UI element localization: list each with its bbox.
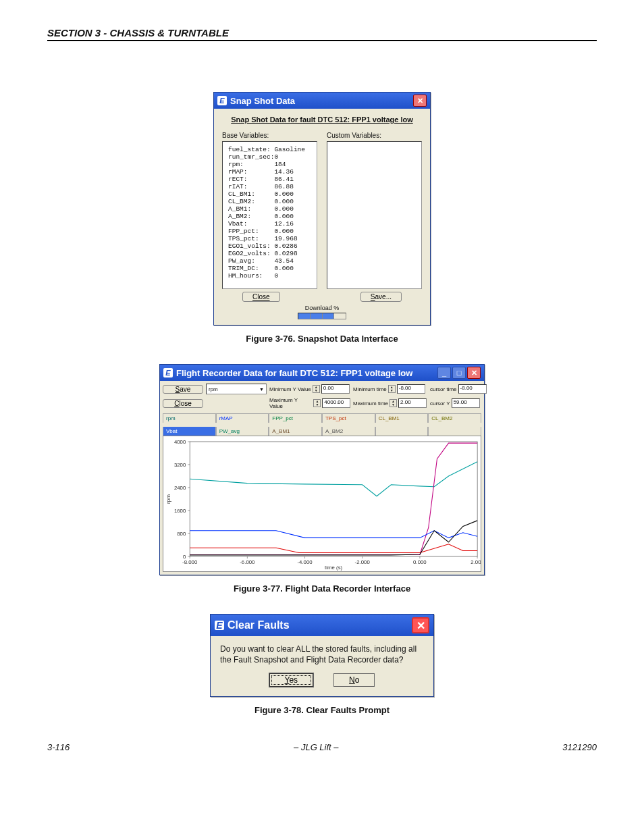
max-y-label: Maximum Y Value	[269, 397, 312, 409]
svg-rect-24	[190, 442, 477, 556]
custom-vars-box	[327, 141, 422, 289]
min-time-spin[interactable]: Minimum time ▲▼ -8.00	[353, 384, 427, 394]
figure-76-caption: Figure 3-76. Snapshot Data Interface	[47, 334, 597, 344]
flight-chart: 08001600240032004000-8.000-6.000-4.000-2…	[163, 436, 481, 572]
tab-rMAP[interactable]: rMAP	[216, 413, 269, 423]
variable-tabs-row1: rpmrMAPFPP_pctTPS_pctCL_BM1CL_BM2	[163, 413, 481, 423]
no-button[interactable]: No	[333, 673, 375, 687]
svg-text:-8.000: -8.000	[182, 559, 198, 565]
footer-page: 3-116	[47, 742, 70, 752]
minimize-icon[interactable]: _	[437, 367, 451, 379]
base-vars-box: fuel_state: Gasoline run_tmr_sec:0 rpm: …	[222, 141, 317, 289]
clear-faults-titlebar: E Clear Faults ✕	[211, 615, 433, 636]
tab-rpm[interactable]: rpm	[163, 413, 216, 423]
svg-text:rpm: rpm	[165, 494, 171, 504]
download-label: Download %	[222, 305, 422, 311]
save-button[interactable]: Save	[163, 385, 203, 394]
tab-FPP_pct[interactable]: FPP_pct	[269, 413, 322, 423]
app-icon: E	[215, 621, 224, 630]
tab-empty	[375, 427, 429, 436]
tab-Vbat[interactable]: Vbat	[163, 427, 216, 436]
svg-text:-2.000: -2.000	[355, 559, 371, 565]
close-icon[interactable]: ✕	[412, 617, 429, 633]
yes-button[interactable]: Yes	[269, 673, 314, 687]
figure-78-caption: Figure 3-78. Clear Faults Prompt	[47, 705, 597, 715]
tab-CL_BM2[interactable]: CL_BM2	[428, 413, 481, 423]
tab-empty	[428, 427, 481, 436]
clear-faults-title: Clear Faults	[227, 619, 290, 631]
app-icon: E	[163, 368, 173, 377]
svg-text:3200: 3200	[174, 462, 186, 468]
min-y-spin[interactable]: Minimum Y Value ▲▼ 0.00	[269, 384, 350, 394]
snapshot-heading: Snap Shot Data for fault DTC 512: FPP1 v…	[222, 115, 422, 124]
max-y-spin[interactable]: Maximum Y Value ▲▼ 4000.00	[269, 397, 350, 409]
clear-faults-text: Do you want to clear ALL the stored faul…	[220, 644, 424, 665]
svg-text:2.000: 2.000	[471, 559, 481, 565]
variable-select[interactable]: rpm▼	[206, 384, 267, 394]
footer-docnum: 3121290	[562, 742, 597, 752]
flight-window-title: Flight Recorder Data for fault DTC 512: …	[176, 368, 412, 378]
max-time-spin[interactable]: Maximum time ▲▼ 2.00	[353, 398, 427, 408]
tab-A_BM2[interactable]: A_BM2	[322, 427, 375, 436]
snapshot-window-title: Snap Shot Data	[230, 96, 295, 106]
min-time-label: Minimum time	[353, 386, 387, 392]
clear-faults-dialog: E Clear Faults ✕ Do you want to clear AL…	[210, 614, 434, 697]
cursor-y: cursor Y 59.00	[430, 398, 494, 408]
cursor-time: cursor time -8.00	[430, 384, 494, 394]
tab-PW_avg[interactable]: PW_avg	[216, 427, 269, 436]
flight-titlebar: E Flight Recorder Data for fault DTC 512…	[160, 365, 484, 381]
section-header: SECTION 3 - CHASSIS & TURNTABLE	[47, 27, 597, 41]
close-button[interactable]: Close	[163, 399, 203, 408]
max-time-label: Maximum time	[353, 400, 388, 407]
maximize-icon[interactable]: □	[452, 367, 466, 379]
app-icon: E	[217, 96, 227, 105]
min-y-label: Minimum Y Value	[269, 386, 311, 392]
svg-text:2400: 2400	[174, 485, 186, 491]
snapshot-window: E Snap Shot Data ✕ Snap Shot Data for fa…	[213, 92, 431, 325]
svg-text:800: 800	[177, 531, 186, 537]
svg-text:4000: 4000	[174, 439, 186, 445]
footer-center: – JLG Lift –	[294, 742, 338, 752]
page-footer: 3-116 – JLG Lift – 3121290	[47, 742, 597, 752]
svg-text:0.000: 0.000	[413, 559, 427, 565]
figure-77-caption: Figure 3-77. Flight Data Recorder Interf…	[47, 583, 597, 594]
flight-recorder-window: E Flight Recorder Data for fault DTC 512…	[159, 364, 485, 575]
close-icon[interactable]: ✕	[467, 367, 481, 379]
tab-CL_BM1[interactable]: CL_BM1	[375, 413, 429, 423]
svg-text:time (s): time (s)	[325, 565, 342, 571]
svg-text:1600: 1600	[174, 508, 186, 514]
custom-vars-label: Custom Variables:	[327, 132, 422, 139]
base-vars-label: Base Variables:	[222, 132, 317, 139]
variable-tabs-row2: VbatPW_avgA_BM1A_BM2	[163, 427, 481, 436]
tab-A_BM1[interactable]: A_BM1	[269, 427, 322, 436]
close-icon[interactable]: ✕	[413, 95, 427, 107]
svg-text:-4.000: -4.000	[297, 559, 313, 565]
download-progress	[298, 313, 346, 319]
tab-TPS_pct[interactable]: TPS_pct	[322, 413, 375, 423]
close-button[interactable]: Close	[242, 292, 280, 302]
snapshot-titlebar: E Snap Shot Data ✕	[214, 93, 430, 109]
svg-text:-6.000: -6.000	[240, 559, 255, 565]
save-button[interactable]: Save...	[360, 292, 402, 302]
